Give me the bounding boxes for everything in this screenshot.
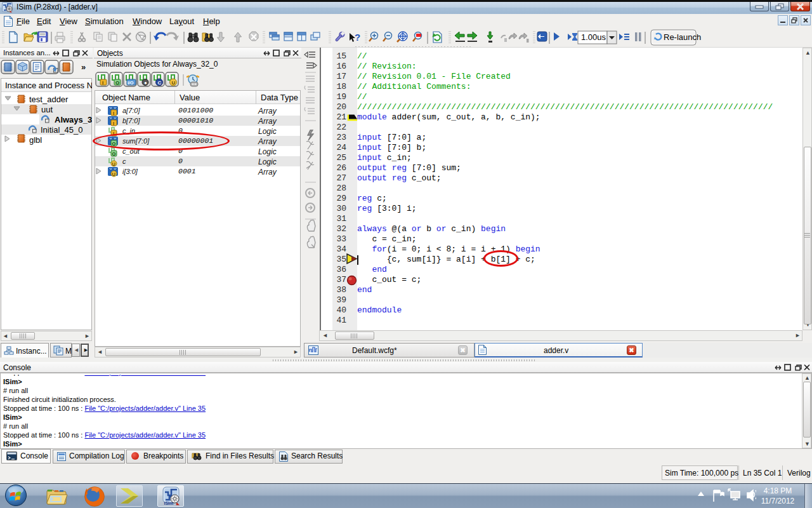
- svg-text:Re-launch: Re-launch: [664, 32, 701, 42]
- svg-text:I/O: I/O: [128, 81, 134, 85]
- svg-text:●: ●: [144, 80, 147, 86]
- svg-text:»: »: [81, 62, 86, 72]
- svg-text:U: U: [172, 80, 176, 86]
- svg-text:C: C: [158, 80, 162, 86]
- svg-text:?: ?: [355, 32, 360, 43]
- svg-text:O: O: [115, 80, 119, 86]
- svg-text:1.00us: 1.00us: [581, 32, 606, 42]
- svg-text:I: I: [102, 80, 103, 86]
- svg-text:ISIm: ISIm: [164, 501, 174, 505]
